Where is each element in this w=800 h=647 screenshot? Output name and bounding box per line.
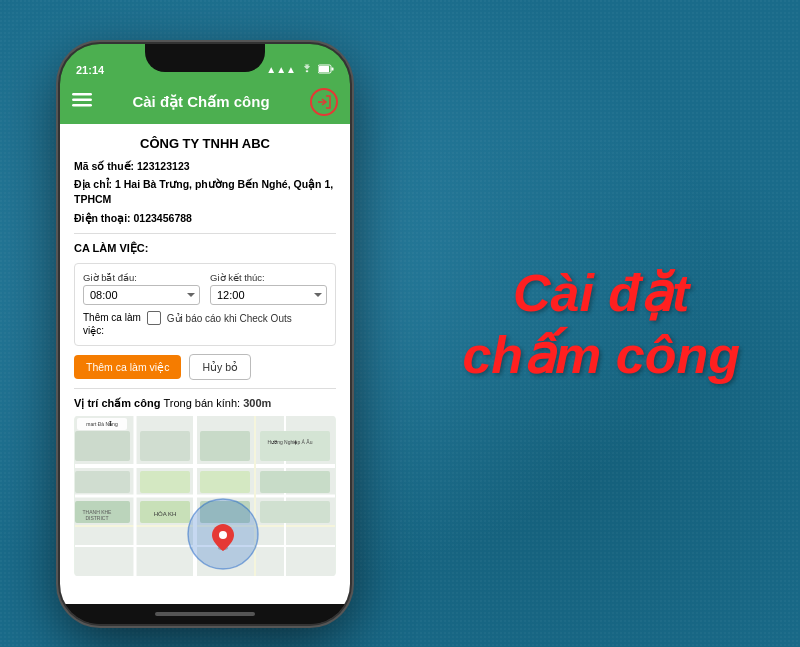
phone-frame: 21:14 ▲▲▲ xyxy=(60,44,350,624)
location-title: Vị trí chấm công Trong bán kính: 300m xyxy=(74,397,336,410)
header-title: Cài đặt Chấm công xyxy=(132,93,269,111)
svg-rect-4 xyxy=(72,99,92,102)
map-container[interactable]: THANH KHE DISTRICT HÒA KH mart Đà Nẵng H… xyxy=(74,416,336,576)
shift-right: Gửi báo cáo khi Check Outs xyxy=(147,311,327,325)
shift-section-title: CA LÀM VIỆC: xyxy=(74,242,336,255)
company-name: CÔNG TY TNHH ABC xyxy=(74,136,336,151)
svg-rect-26 xyxy=(260,501,330,523)
tax-info: Mã số thuế: 123123123 xyxy=(74,159,336,174)
report-checkbox-label: Gửi báo cáo khi Check Outs xyxy=(167,313,292,324)
phone-value: 0123456788 xyxy=(134,212,192,224)
home-indicator xyxy=(60,604,350,624)
add-shift-label: Thêm ca làmviệc: xyxy=(83,311,141,337)
svg-rect-1 xyxy=(319,66,329,72)
location-radius-value: 300m xyxy=(243,397,271,409)
address-label: Địa chỉ: xyxy=(74,178,112,190)
divider-2 xyxy=(74,388,336,389)
right-heading: Cài đặt chấm công xyxy=(462,261,740,386)
svg-rect-23 xyxy=(200,431,250,461)
action-buttons: Thêm ca làm việc Hủy bỏ xyxy=(74,354,336,380)
svg-text:Hướng Nghiệp Á Âu: Hướng Nghiệp Á Âu xyxy=(268,439,313,445)
location-radius-prefix: Trong bán kính: xyxy=(163,397,243,409)
right-line2: chấm công xyxy=(462,326,740,384)
phone-mockup: 21:14 ▲▲▲ xyxy=(60,44,350,624)
time-inputs-row: Giờ bắt đầu: 08:00 Giờ kết thúc: 12:00 xyxy=(83,272,327,305)
svg-rect-2 xyxy=(332,67,334,70)
status-bar: 21:14 ▲▲▲ xyxy=(60,44,350,80)
start-time-select[interactable]: 08:00 xyxy=(83,285,200,305)
svg-rect-16 xyxy=(140,471,190,493)
start-time-field: Giờ bắt đầu: 08:00 xyxy=(83,272,200,305)
svg-point-33 xyxy=(219,531,227,539)
svg-rect-19 xyxy=(75,471,130,493)
svg-rect-3 xyxy=(72,93,92,96)
signal-icon: ▲▲▲ xyxy=(266,64,296,75)
menu-icon[interactable] xyxy=(72,91,92,112)
end-time-field: Giờ kết thúc: 12:00 xyxy=(210,272,327,305)
app-header: Cài đặt Chấm công xyxy=(60,80,350,124)
phone-label: Điện thoại: xyxy=(74,212,131,224)
svg-rect-5 xyxy=(72,104,92,107)
screen-content: CÔNG TY TNHH ABC Mã số thuế: 123123123 Đ… xyxy=(60,124,350,604)
svg-text:HÒA KH: HÒA KH xyxy=(154,511,177,517)
add-shift-button[interactable]: Thêm ca làm việc xyxy=(74,355,181,379)
home-bar xyxy=(155,612,255,616)
report-checkbox[interactable] xyxy=(147,311,161,325)
svg-text:mart Đà Nẵng: mart Đà Nẵng xyxy=(86,421,118,427)
status-icons: ▲▲▲ xyxy=(266,64,334,76)
shift-checkbox-row: Thêm ca làmviệc: Gửi báo cáo khi Check O… xyxy=(83,311,327,337)
map-svg: THANH KHE DISTRICT HÒA KH mart Đà Nẵng H… xyxy=(74,416,336,576)
cancel-button[interactable]: Hủy bỏ xyxy=(189,354,251,380)
svg-rect-17 xyxy=(200,471,250,493)
svg-rect-22 xyxy=(140,431,190,461)
start-time-label: Giờ bắt đầu: xyxy=(83,272,200,283)
location-label: Vị trí chấm công xyxy=(74,397,163,409)
svg-rect-24 xyxy=(260,431,330,461)
end-time-select[interactable]: 12:00 xyxy=(210,285,327,305)
right-text-block: Cài đặt chấm công xyxy=(462,261,740,386)
logout-icon[interactable] xyxy=(310,88,338,116)
shift-form: Giờ bắt đầu: 08:00 Giờ kết thúc: 12:00 xyxy=(74,263,336,346)
battery-icon xyxy=(318,64,334,76)
svg-rect-21 xyxy=(75,431,130,461)
tax-label: Mã số thuế: xyxy=(74,160,134,172)
svg-text:DISTRICT: DISTRICT xyxy=(85,515,108,521)
tax-value: 123123123 xyxy=(137,160,190,172)
wifi-icon xyxy=(300,64,314,76)
address-value: 1 Hai Bà Trưng, phường Bến Nghé, Quận 1,… xyxy=(74,178,333,205)
phone-info: Điện thoại: 0123456788 xyxy=(74,211,336,226)
right-line1: Cài đặt xyxy=(513,263,689,321)
status-time: 21:14 xyxy=(76,64,104,76)
divider-1 xyxy=(74,233,336,234)
end-time-label: Giờ kết thúc: xyxy=(210,272,327,283)
address-info: Địa chỉ: 1 Hai Bà Trưng, phường Bến Nghé… xyxy=(74,177,336,206)
svg-rect-25 xyxy=(260,471,330,493)
